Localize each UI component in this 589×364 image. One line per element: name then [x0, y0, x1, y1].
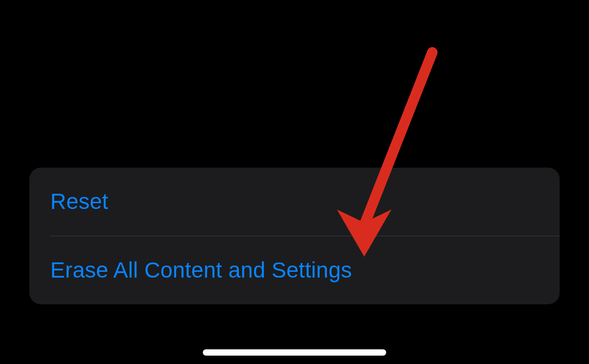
- erase-all-label: Erase All Content and Settings: [50, 258, 352, 283]
- reset-label: Reset: [50, 189, 108, 214]
- reset-row[interactable]: Reset: [29, 168, 560, 236]
- settings-group: Reset Erase All Content and Settings: [29, 168, 560, 304]
- home-indicator[interactable]: [203, 349, 386, 356]
- erase-all-row[interactable]: Erase All Content and Settings: [29, 236, 560, 304]
